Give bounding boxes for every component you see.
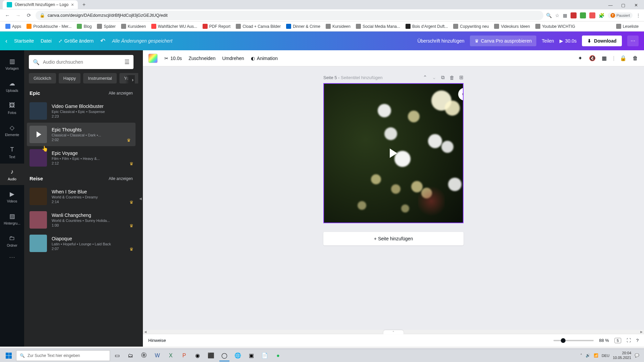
panel-collapse-handle[interactable]: ◀ [138,50,143,347]
mute-icon[interactable]: 🔇 [589,55,596,62]
apps-bookmark[interactable]: Apps [3,23,23,29]
page-subtitle[interactable]: Seitentitel hinzufügen [341,75,382,80]
clip-duration[interactable]: ✂10.0s [164,56,182,61]
chips-scroll-right-icon[interactable]: › [125,75,135,84]
help-icon[interactable]: ? [636,338,639,343]
play-duration[interactable]: ▶ 30.0s [559,38,577,44]
profile-pause-badge[interactable]: TPausiert [608,12,633,18]
audio-search-input[interactable] [43,59,121,65]
download-button[interactable]: ⬇ Download [582,36,622,46]
file-menu[interactable]: Datei [41,38,52,44]
qr-icon[interactable]: ▦ [563,13,567,18]
filter-icon[interactable]: ☰ [124,59,129,66]
edge-icon[interactable]: 🌐 [231,350,244,361]
rail-audio[interactable]: ♪Audio [0,164,24,185]
minimize-button[interactable]: — [604,1,616,9]
bookmark-star-icon[interactable]: ☆ [555,13,559,18]
taskbar-search[interactable]: 🔍Zur Suche Text hier eingeben [16,350,110,361]
color-picker-button[interactable] [148,54,158,63]
chip-gluecklich[interactable]: Glücklich [29,73,56,83]
zoom-slider[interactable] [553,340,594,341]
kebab-menu-icon[interactable]: ⋮ [636,13,641,18]
page-count-badge[interactable]: 5 [614,338,621,343]
show-all-reise[interactable]: Alle anzeigen [109,176,133,181]
rail-templates[interactable]: ▥Vorlagen [0,53,24,74]
explorer-icon[interactable]: 🗂 [124,350,137,361]
bookmark-item[interactable]: Wahlfächer WU Aus... [149,23,199,29]
audio-search[interactable]: 🔍 ☰ [29,55,133,69]
bookmark-item[interactable]: Produktsuche - Mer... [24,23,73,29]
audio-track[interactable]: Epic ThoughtsClassical • Classical • Dar… [27,123,136,146]
zoom-icon[interactable]: 🔍 [546,13,552,18]
chip-happy[interactable]: Happy [59,73,81,83]
bookmark-item[interactable]: Blog [75,23,94,29]
rail-elements[interactable]: ◇Elemente [0,119,24,141]
track-thumbnail[interactable] [30,235,47,252]
volume-icon[interactable]: 🔊 [586,353,590,358]
tray-chevron-icon[interactable]: ˄ [580,353,582,358]
fullscreen-icon[interactable]: ⛶ [627,338,631,343]
track-thumbnail[interactable] [30,149,47,167]
back-chevron-icon[interactable]: ‹ [5,38,7,45]
try-pro-button[interactable]: ♛ Canva Pro ausprobieren [470,36,537,46]
bookmark-item[interactable]: Youtube WICHTIG [533,23,577,29]
maximize-button[interactable]: ▢ [617,1,629,9]
rail-more-icon[interactable]: ⋯ [9,253,15,261]
style-icon[interactable]: ✦ [577,55,584,62]
flip-button[interactable]: Umdrehen [222,56,244,61]
chevron-up-icon[interactable]: ⌃ [423,74,427,80]
home-button[interactable]: Startseite [14,38,34,44]
undo-icon[interactable]: ↶ [100,37,105,45]
audio-track[interactable]: Wanli ChangchengWorld & Countries • Sunn… [24,208,138,232]
track-thumbnail[interactable] [30,102,47,120]
track-thumbnail[interactable] [30,211,47,229]
close-tab-icon[interactable]: × [71,2,74,7]
start-button[interactable] [2,350,15,361]
bookmark-item[interactable]: Cload + Canva Bilder [234,23,283,29]
chevron-down-icon[interactable]: ⌄ [432,74,436,80]
spotify-icon[interactable]: ● [272,350,284,361]
task-view-icon[interactable]: ▭ [111,350,123,361]
extensions-menu-icon[interactable]: 🧩 [599,13,604,18]
track-thumbnail[interactable] [30,126,47,143]
chrome-icon[interactable]: ◯ [218,350,231,361]
extension-icon[interactable] [580,12,586,18]
close-window-button[interactable]: ✕ [630,1,642,9]
bookmark-item[interactable]: Kursideen [324,23,353,29]
bookmark-item[interactable]: Dinner & Crime [284,23,322,29]
duplicate-page-icon[interactable]: ⧉ [441,74,445,80]
rail-backgrounds[interactable]: ▨Hintergru... [0,208,24,229]
bookmark-item[interactable]: Leseliste [614,23,641,29]
more-menu-button[interactable]: ⋯ [627,36,639,46]
word-icon[interactable]: W [151,350,164,361]
reload-button[interactable]: ⟳ [25,11,33,19]
app-icon[interactable]: ▣ [245,350,258,361]
new-tab-button[interactable]: + [80,2,88,8]
browser-tab[interactable]: Überschrift hinzufügen – Logo × [3,0,78,9]
collapse-handle-icon[interactable]: ⌃ [383,330,404,334]
document-title[interactable]: Überschrift hinzufügen [417,38,464,44]
bookmark-item[interactable]: Kursideen [119,23,148,29]
excel-icon[interactable]: X [164,350,177,361]
animation-button[interactable]: ◐Animation [251,56,278,61]
crop-button[interactable]: Zuschneiden [189,56,215,61]
tray-clock[interactable]: 20:04 10.05.2021 [613,351,631,360]
rail-folders[interactable]: 🗀Ordner [0,230,24,251]
transparency-icon[interactable]: ▦ [601,55,608,62]
language-indicator[interactable]: DEU [602,354,609,358]
show-all-epic[interactable]: Alle anzeigen [109,91,133,96]
lock-icon[interactable]: 🔒 [620,55,627,62]
url-field[interactable]: 🔒 canva.com/design/DAEdomzscjl/drBfjHdCo… [36,11,543,20]
rail-uploads[interactable]: ☁Uploads [0,75,24,97]
play-video-icon[interactable] [390,148,397,158]
bookmark-item[interactable]: Bois d'Argent Duft... [404,23,450,29]
add-page-icon[interactable]: ⊞ [459,74,464,80]
powerpoint-icon[interactable]: P [178,350,191,361]
bookmark-item[interactable]: Videokurs Ideen [492,23,532,29]
back-button[interactable]: ← [3,11,11,19]
edge-legacy-icon[interactable]: ⓔ [138,350,150,361]
obs-icon[interactable]: ⬛ [205,350,217,361]
chip-instrumental[interactable]: Instrumental [83,73,117,83]
notes-label[interactable]: Hinweise [148,338,166,343]
rail-videos[interactable]: ▶Videos [0,186,24,207]
